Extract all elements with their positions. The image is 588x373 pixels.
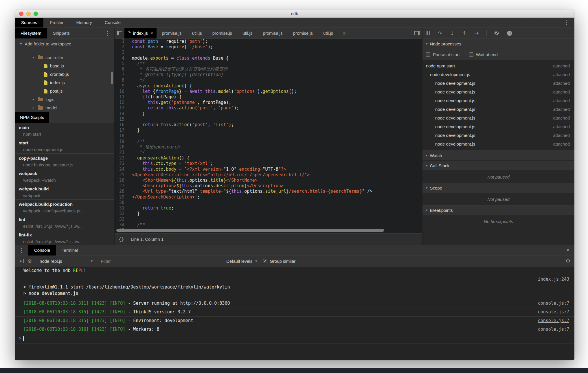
code-line[interactable]: 18 bbox=[115, 133, 422, 139]
npm-script-webpack[interactable]: webpackwebpack --watch bbox=[15, 169, 114, 184]
editor-tab-promise-js[interactable]: promise.js bbox=[207, 28, 237, 38]
code-line[interactable]: 2const Base = require('./base'); bbox=[115, 44, 422, 50]
line-number[interactable]: 29 bbox=[115, 194, 127, 200]
sidebar-more-options-icon[interactable]: ⋮ bbox=[101, 28, 114, 38]
editor-tab-util-js[interactable]: util.js bbox=[318, 28, 338, 38]
editor-tab-index-js[interactable]: index.js× bbox=[124, 28, 157, 38]
tree-item-base-js[interactable]: base.js bbox=[15, 62, 114, 70]
console-settings-gear-icon[interactable]: ⚙ bbox=[566, 258, 570, 264]
tree-item-model[interactable]: ▸model bbox=[15, 104, 114, 112]
line-number[interactable]: 4 bbox=[115, 56, 127, 61]
code-line[interactable]: 5 /** bbox=[115, 61, 422, 67]
code-line[interactable]: 33 bbox=[115, 217, 422, 222]
toggle-debugger-button[interactable] bbox=[411, 28, 422, 38]
npm-script-main[interactable]: mainnpm start bbox=[15, 123, 114, 138]
execution-context-selector[interactable]: node repl.js ▼ bbox=[40, 259, 93, 264]
code-line[interactable]: 7 * @return {[type]} [description] bbox=[115, 72, 422, 78]
tab-sources[interactable]: Sources bbox=[15, 18, 43, 27]
npm-script-webpack-build[interactable]: webpack.buildwebpack bbox=[15, 184, 114, 200]
disclosure-icon[interactable]: ▸ bbox=[33, 98, 38, 101]
editor-tab-promise-js[interactable]: promise.js bbox=[288, 28, 318, 38]
source-link[interactable]: console.js:7 bbox=[538, 301, 569, 306]
code-line[interactable]: 21 */ bbox=[115, 150, 422, 155]
line-number[interactable]: 22 bbox=[115, 155, 127, 161]
npm-script-copy-package[interactable]: copy-packagenode bin/copy_package.js bbox=[15, 154, 114, 169]
code-line[interactable]: 34 /** bbox=[115, 222, 422, 228]
line-number[interactable]: 25 bbox=[115, 172, 127, 178]
code-line[interactable]: 16 return this.action('post', 'list'); bbox=[115, 122, 422, 128]
section-header-breakpoints[interactable]: ▾Breakpoints bbox=[422, 205, 574, 215]
code-line[interactable]: 14 } bbox=[115, 111, 422, 117]
line-number[interactable]: 15 bbox=[115, 117, 127, 122]
process-row[interactable]: node npm startattached bbox=[422, 61, 574, 70]
code-line[interactable]: 4module.exports = class extends Base { bbox=[115, 56, 422, 61]
close-console-icon[interactable]: ✕ bbox=[561, 245, 574, 256]
line-number[interactable]: 21 bbox=[115, 150, 127, 155]
line-number[interactable]: 34 bbox=[115, 222, 127, 228]
close-window-button[interactable] bbox=[19, 12, 23, 16]
more-options-icon[interactable]: ⋮ bbox=[558, 18, 574, 27]
line-number[interactable]: 1 bbox=[115, 39, 127, 44]
tab-console[interactable]: Console bbox=[98, 18, 127, 27]
code-line[interactable]: 3 bbox=[115, 50, 422, 55]
code-line[interactable]: 29</OpenSearchDescription>`; bbox=[115, 194, 422, 200]
disclosure-icon[interactable]: ▾ bbox=[33, 56, 38, 59]
code-line[interactable]: 28 <Url type="text/html" template="${thi… bbox=[115, 189, 422, 194]
process-row[interactable]: node development.jsattached bbox=[422, 70, 574, 79]
add-folder-button[interactable]: + Add folder to workspace bbox=[15, 39, 114, 49]
code-line[interactable]: 32 } bbox=[115, 211, 422, 216]
tree-item-crontab-js[interactable]: crontab.js bbox=[15, 70, 114, 78]
section-header-watch[interactable]: ▸Watch bbox=[422, 150, 574, 161]
tree-item-post-js[interactable]: post.js bbox=[15, 87, 114, 95]
line-number[interactable]: 5 bbox=[115, 61, 127, 67]
line-number[interactable]: 26 bbox=[115, 178, 127, 183]
disclosure-icon[interactable]: ▸ bbox=[33, 106, 38, 110]
console-prompt-row[interactable]: > bbox=[15, 334, 574, 343]
code-line[interactable]: 8 */ bbox=[115, 78, 422, 83]
code-line[interactable]: 10 let {frontPage} = await this.model('o… bbox=[115, 89, 422, 94]
line-number[interactable]: 14 bbox=[115, 111, 127, 117]
code-line[interactable]: 31 return true; bbox=[115, 205, 422, 211]
source-link[interactable]: console.js:7 bbox=[538, 309, 569, 315]
editor-tab-promise-js[interactable]: promise.js bbox=[157, 28, 187, 38]
line-number[interactable]: 12 bbox=[115, 100, 127, 105]
source-link[interactable]: index.js:243 bbox=[538, 277, 569, 282]
process-row[interactable]: node development.jsattached bbox=[422, 139, 574, 148]
close-tab-icon[interactable]: × bbox=[150, 28, 153, 38]
titlebar[interactable]: ndb bbox=[15, 10, 574, 18]
line-number[interactable]: 30 bbox=[115, 200, 127, 205]
code-line[interactable]: 24 this.ctx.body = `<?xml version="1.0" … bbox=[115, 167, 422, 172]
section-header-node-processes[interactable]: ▾ Node processes bbox=[422, 39, 574, 49]
code-line[interactable]: 30 bbox=[115, 200, 422, 205]
code-line[interactable]: 23 this.ctx.type = 'text/xml'; bbox=[115, 161, 422, 166]
tree-item-logic[interactable]: ▸logic bbox=[15, 95, 114, 104]
process-row[interactable]: node development.jsattached bbox=[422, 105, 574, 113]
source-link[interactable]: console.js:7 bbox=[538, 318, 569, 324]
log-levels-dropdown[interactable]: Default levels ▼ bbox=[226, 259, 258, 264]
code-line[interactable]: 13 return this.action('post', 'page'); bbox=[115, 105, 422, 111]
line-number[interactable]: 6 bbox=[115, 67, 127, 72]
editor-tab-util-js[interactable]: util.js bbox=[237, 28, 258, 38]
editor-tab-util-js[interactable]: util.js bbox=[187, 28, 207, 38]
process-row[interactable]: node development.jsattached bbox=[422, 113, 574, 122]
code-line[interactable]: 19 /** bbox=[115, 139, 422, 144]
code-line[interactable]: 1const path = require('path'); bbox=[115, 39, 422, 44]
group-similar-checkbox[interactable]: ✓ bbox=[263, 259, 267, 263]
url-link[interactable]: http://0.0.0.0:8360 bbox=[180, 301, 230, 306]
tab-snippets[interactable]: Snippets bbox=[47, 28, 76, 38]
tab-filesystem[interactable]: Filesystem bbox=[15, 28, 47, 38]
line-number[interactable]: 9 bbox=[115, 83, 127, 89]
code-line[interactable]: 20 * 输出opensearch bbox=[115, 144, 422, 150]
tab-memory[interactable]: Memory bbox=[70, 18, 98, 27]
code-line[interactable]: 11 if(frontPage) { bbox=[115, 94, 422, 100]
step-icon[interactable]: ⇢ bbox=[474, 30, 479, 36]
line-number[interactable]: 20 bbox=[115, 144, 127, 150]
tree-scrollbar-thumb[interactable] bbox=[111, 72, 113, 84]
step-into-icon[interactable]: ⇣ bbox=[450, 30, 454, 36]
group-similar-control[interactable]: ✓ Group similar bbox=[263, 259, 295, 264]
line-number[interactable]: 11 bbox=[115, 94, 127, 100]
more-tabs-icon[interactable]: » bbox=[338, 28, 350, 38]
section-header-call-stack[interactable]: ▾Call Stack bbox=[422, 161, 574, 171]
step-out-icon[interactable]: ⇡ bbox=[462, 30, 466, 36]
line-number[interactable]: 17 bbox=[115, 128, 127, 133]
